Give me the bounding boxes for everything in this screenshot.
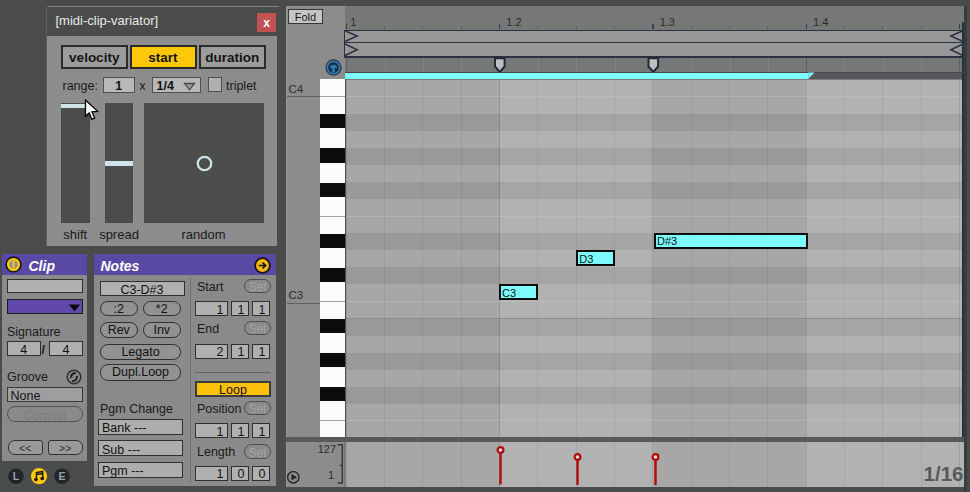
svg-text:E: E: [58, 470, 65, 482]
svg-text:L: L: [13, 470, 20, 482]
